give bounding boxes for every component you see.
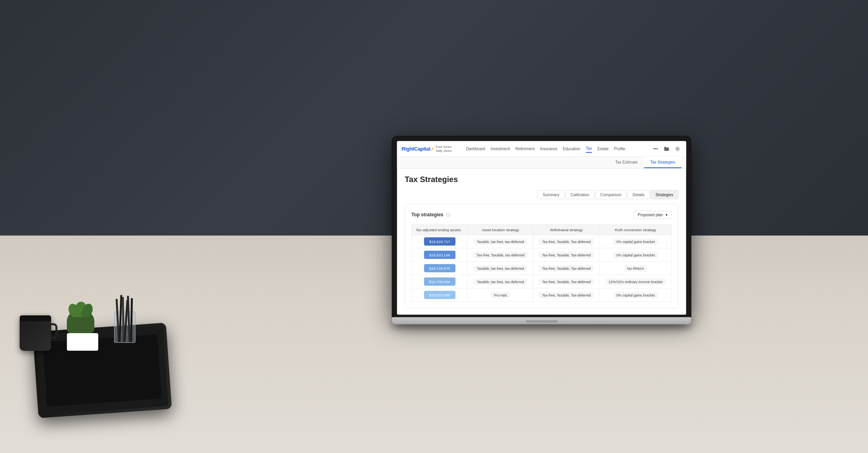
- strategies-title: Top strategies: [412, 212, 443, 217]
- tab-calibration[interactable]: Calibration: [565, 190, 594, 199]
- col-header-asset-location: Asset location strategy: [468, 225, 533, 235]
- coffee-mug: [20, 315, 55, 355]
- table-row[interactable]: $16,823,146Tax-free, Taxable, tax-deferr…: [412, 248, 671, 261]
- amount-cell: $16,728,970: [412, 261, 467, 275]
- laptop-base: [392, 317, 691, 324]
- col-header-roth: Roth conversion strategy: [600, 225, 671, 235]
- amount-cell: $16,829,717: [412, 235, 467, 248]
- asset-location-cell: Pro-rata: [468, 288, 533, 302]
- amount-cell: $16,700,204: [412, 275, 467, 288]
- asset-location-cell: Taxable, tax-free, tax-deferred: [468, 235, 533, 248]
- asset-location-cell: Taxable, tax-free, tax-deferred: [468, 275, 533, 288]
- page-content: Tax Strategies Summary Calibration Compa…: [397, 169, 686, 315]
- amount-badge: $16,728,970: [424, 264, 455, 273]
- laptop: RightCapital↗ Fred Jones Sally Jones Das…: [392, 136, 691, 324]
- dropdown-label: Proposed plan: [638, 213, 663, 217]
- nav-education[interactable]: Education: [563, 145, 580, 153]
- nav-insurance[interactable]: Insurance: [540, 145, 557, 153]
- sub-nav-tax-estimate[interactable]: Tax Estimate: [609, 157, 644, 168]
- strategies-table: Tax adjusted ending assets Asset locatio…: [412, 225, 672, 302]
- app-ui: RightCapital↗ Fred Jones Sally Jones Das…: [397, 141, 686, 315]
- page-title: Tax Strategies: [405, 175, 679, 184]
- tab-comparison[interactable]: Comparison: [595, 190, 627, 199]
- nav-retirement[interactable]: Retirement: [515, 145, 535, 153]
- tab-strategies[interactable]: Strategies: [651, 190, 679, 199]
- more-icon[interactable]: •••: [652, 145, 660, 153]
- table-row[interactable]: $16,728,970Taxable, tax-free, tax-deferr…: [412, 261, 671, 275]
- dropdown-chevron-icon: ▾: [666, 213, 668, 217]
- proposed-plan-dropdown[interactable]: Proposed plan ▾: [633, 211, 672, 219]
- nav-actions: •••: [652, 145, 682, 153]
- nav-tax[interactable]: Tax: [586, 145, 592, 153]
- asset-location-cell: Taxable, tax-free, tax-deferred: [468, 261, 533, 275]
- roth-cell: 0% capital gains bracket: [600, 248, 671, 261]
- strategies-title-area: Top strategies ⓘ: [412, 212, 450, 218]
- col-header-assets: Tax adjusted ending assets: [412, 225, 467, 235]
- logo-text: RightCapital↗: [402, 146, 434, 152]
- strategies-info-icon: ⓘ: [446, 213, 450, 217]
- nav-dashboard[interactable]: Dashboard: [466, 145, 485, 153]
- amount-badge: $16,676,898: [424, 291, 455, 299]
- withdrawal-cell: Tax-free, Taxable, Tax-deferred: [533, 275, 600, 288]
- amount-cell: $16,676,898: [412, 288, 467, 302]
- roth-cell: 0% capital gains bracket: [600, 288, 671, 302]
- withdrawal-cell: Tax-free, Taxable, Tax-deferred: [533, 261, 600, 275]
- col-header-withdrawal: Withdrawal strategy: [533, 225, 600, 235]
- nav-estate[interactable]: Estate: [598, 145, 609, 153]
- amount-cell: $16,823,146: [412, 248, 467, 261]
- table-row[interactable]: $16,829,717Taxable, tax-free, tax-deferr…: [412, 235, 671, 248]
- strategies-header: Top strategies ⓘ Proposed plan ▾: [412, 211, 672, 219]
- asset-location-cell: Tax-free, Taxable, tax-deferred: [468, 248, 533, 261]
- strategies-section: Top strategies ⓘ Proposed plan ▾: [405, 204, 679, 309]
- client-name1: Fred Jones: [436, 145, 452, 149]
- top-nav: RightCapital↗ Fred Jones Sally Jones Das…: [397, 141, 686, 157]
- plant: [67, 309, 98, 351]
- tab-details[interactable]: Details: [627, 190, 650, 199]
- client-info: Fred Jones Sally Jones: [436, 145, 452, 152]
- withdrawal-cell: Tax-free, Taxable, Tax-deferred: [533, 235, 600, 248]
- amount-badge: $16,700,204: [424, 278, 455, 286]
- table-row[interactable]: $16,676,898Pro-rataTax-free, Taxable, Ta…: [412, 288, 671, 302]
- sub-nav: Tax Estimate Tax Strategies: [397, 157, 686, 169]
- withdrawal-cell: Tax-free, Taxable, Tax-deferred: [533, 248, 600, 261]
- tab-summary[interactable]: Summary: [537, 190, 565, 199]
- table-row[interactable]: $16,700,204Taxable, tax-free, tax-deferr…: [412, 275, 671, 288]
- settings-icon[interactable]: [674, 145, 682, 153]
- laptop-screen: RightCapital↗ Fred Jones Sally Jones Das…: [397, 141, 686, 315]
- logo-area: RightCapital↗ Fred Jones Sally Jones: [402, 145, 460, 152]
- logo-wave: ↗: [430, 147, 434, 151]
- strategy-tabs: Summary Calibration Comparison Details S…: [405, 190, 679, 199]
- folder-icon[interactable]: [663, 145, 671, 153]
- withdrawal-cell: Tax-free, Taxable, Tax-deferred: [533, 288, 600, 302]
- laptop-notch: [526, 320, 557, 323]
- nav-profile[interactable]: Profile: [614, 145, 625, 153]
- roth-cell: No IRMAA: [600, 261, 671, 275]
- laptop-bezel: RightCapital↗ Fred Jones Sally Jones Das…: [392, 136, 691, 317]
- svg-point-0: [677, 148, 679, 149]
- amount-badge: $16,829,717: [424, 238, 455, 246]
- nav-investment[interactable]: Investment: [491, 145, 510, 153]
- pencil-jar: [114, 311, 136, 351]
- sub-nav-tax-strategies[interactable]: Tax Strategies: [644, 157, 681, 168]
- nav-items: Dashboard Investment Retirement Insuranc…: [466, 145, 651, 153]
- roth-cell: 12%/15% ordinary income bracket: [600, 275, 671, 288]
- roth-cell: 0% capital gains bracket: [600, 235, 671, 248]
- client-name2: Sally Jones: [436, 149, 452, 153]
- amount-badge: $16,823,146: [424, 251, 455, 259]
